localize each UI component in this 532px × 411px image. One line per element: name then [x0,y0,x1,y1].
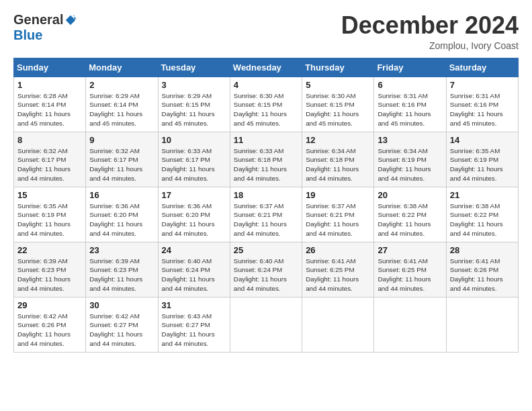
calendar-cell: 1Sunrise: 6:28 AMSunset: 6:14 PMDaylight… [14,77,86,132]
day-info: Sunrise: 6:35 AMSunset: 6:19 PMDaylight:… [17,201,82,238]
calendar-cell: 8Sunrise: 6:32 AMSunset: 6:17 PMDaylight… [14,132,86,187]
calendar-cell: 10Sunrise: 6:33 AMSunset: 6:17 PMDayligh… [158,132,230,187]
calendar-table: SundayMondayTuesdayWednesdayThursdayFrid… [13,58,519,353]
header: General Blue December 2024 Zomplou, Ivor… [13,12,519,51]
day-number: 28 [450,245,515,255]
calendar-cell [230,297,302,352]
day-number: 18 [234,190,298,200]
calendar-cell: 13Sunrise: 6:34 AMSunset: 6:19 PMDayligh… [374,132,446,187]
day-number: 7 [450,80,515,90]
calendar-cell: 18Sunrise: 6:37 AMSunset: 6:21 PMDayligh… [230,187,302,242]
day-number: 27 [378,245,442,255]
day-number: 19 [306,190,370,200]
calendar-day-header: Saturday [446,58,518,77]
calendar-cell: 14Sunrise: 6:35 AMSunset: 6:19 PMDayligh… [446,132,518,187]
calendar-week-row: 8Sunrise: 6:32 AMSunset: 6:17 PMDaylight… [14,132,519,187]
calendar-header-row: SundayMondayTuesdayWednesdayThursdayFrid… [14,58,519,77]
calendar-day-header: Thursday [302,58,374,77]
day-number: 16 [89,190,154,200]
calendar-cell: 26Sunrise: 6:41 AMSunset: 6:25 PMDayligh… [302,242,374,297]
calendar-day-header: Wednesday [230,58,302,77]
day-info: Sunrise: 6:36 AMSunset: 6:20 PMDaylight:… [89,201,154,238]
calendar-cell [374,297,446,352]
calendar-cell: 23Sunrise: 6:39 AMSunset: 6:23 PMDayligh… [86,242,158,297]
calendar-cell: 30Sunrise: 6:42 AMSunset: 6:27 PMDayligh… [86,297,158,352]
day-info: Sunrise: 6:35 AMSunset: 6:19 PMDaylight:… [450,146,515,183]
day-number: 22 [17,245,82,255]
calendar-cell: 2Sunrise: 6:29 AMSunset: 6:14 PMDaylight… [86,77,158,132]
day-info: Sunrise: 6:39 AMSunset: 6:23 PMDaylight:… [89,257,154,293]
calendar-cell: 29Sunrise: 6:42 AMSunset: 6:26 PMDayligh… [14,297,86,352]
svg-marker-0 [66,15,75,24]
day-info: Sunrise: 6:30 AMSunset: 6:15 PMDaylight:… [234,91,298,128]
location: Zomplou, Ivory Coast [341,40,519,51]
month-title: December 2024 [341,12,519,39]
logo-text: General [13,12,77,28]
title-block: December 2024 Zomplou, Ivory Coast [341,12,519,51]
calendar-cell: 27Sunrise: 6:41 AMSunset: 6:25 PMDayligh… [374,242,446,297]
day-info: Sunrise: 6:37 AMSunset: 6:21 PMDaylight:… [234,201,298,238]
day-number: 13 [378,135,442,145]
day-info: Sunrise: 6:40 AMSunset: 6:24 PMDaylight:… [162,257,226,293]
day-info: Sunrise: 6:36 AMSunset: 6:20 PMDaylight:… [162,201,226,238]
calendar-week-row: 22Sunrise: 6:39 AMSunset: 6:23 PMDayligh… [14,242,519,297]
calendar-cell [302,297,374,352]
day-number: 4 [234,80,298,90]
day-info: Sunrise: 6:41 AMSunset: 6:26 PMDaylight:… [450,257,515,293]
day-number: 2 [89,80,154,90]
day-info: Sunrise: 6:37 AMSunset: 6:21 PMDaylight:… [306,201,370,238]
calendar-week-row: 15Sunrise: 6:35 AMSunset: 6:19 PMDayligh… [14,187,519,242]
day-number: 12 [306,135,370,145]
day-number: 17 [162,190,226,200]
day-info: Sunrise: 6:38 AMSunset: 6:22 PMDaylight:… [378,201,442,238]
calendar-cell: 22Sunrise: 6:39 AMSunset: 6:23 PMDayligh… [14,242,86,297]
calendar-cell: 21Sunrise: 6:38 AMSunset: 6:22 PMDayligh… [446,187,518,242]
day-info: Sunrise: 6:42 AMSunset: 6:26 PMDaylight:… [17,312,82,349]
logo-icon [64,14,77,26]
calendar-cell: 7Sunrise: 6:31 AMSunset: 6:16 PMDaylight… [446,77,518,132]
calendar-cell: 31Sunrise: 6:43 AMSunset: 6:27 PMDayligh… [158,297,230,352]
day-number: 21 [450,190,515,200]
calendar-cell [446,297,518,352]
day-number: 1 [17,80,82,90]
day-number: 15 [17,190,82,200]
day-number: 24 [162,245,226,255]
day-number: 10 [162,135,226,145]
day-number: 3 [162,80,226,90]
calendar-cell: 12Sunrise: 6:34 AMSunset: 6:18 PMDayligh… [302,132,374,187]
calendar-week-row: 29Sunrise: 6:42 AMSunset: 6:26 PMDayligh… [14,297,519,352]
day-info: Sunrise: 6:42 AMSunset: 6:27 PMDaylight:… [89,312,154,349]
day-info: Sunrise: 6:32 AMSunset: 6:17 PMDaylight:… [89,146,154,183]
calendar-cell: 11Sunrise: 6:33 AMSunset: 6:18 PMDayligh… [230,132,302,187]
calendar-cell: 5Sunrise: 6:30 AMSunset: 6:15 PMDaylight… [302,77,374,132]
day-info: Sunrise: 6:33 AMSunset: 6:18 PMDaylight:… [234,146,298,183]
day-number: 29 [17,300,82,310]
day-number: 6 [378,80,442,90]
calendar-cell: 24Sunrise: 6:40 AMSunset: 6:24 PMDayligh… [158,242,230,297]
day-number: 26 [306,245,370,255]
calendar-cell: 20Sunrise: 6:38 AMSunset: 6:22 PMDayligh… [374,187,446,242]
day-info: Sunrise: 6:34 AMSunset: 6:19 PMDaylight:… [378,146,442,183]
calendar-cell: 15Sunrise: 6:35 AMSunset: 6:19 PMDayligh… [14,187,86,242]
day-info: Sunrise: 6:41 AMSunset: 6:25 PMDaylight:… [306,257,370,293]
day-info: Sunrise: 6:30 AMSunset: 6:15 PMDaylight:… [306,91,370,128]
day-info: Sunrise: 6:38 AMSunset: 6:22 PMDaylight:… [450,201,515,238]
day-info: Sunrise: 6:31 AMSunset: 6:16 PMDaylight:… [378,91,442,128]
day-number: 20 [378,190,442,200]
calendar-day-header: Monday [86,58,158,77]
day-number: 9 [89,135,154,145]
day-info: Sunrise: 6:28 AMSunset: 6:14 PMDaylight:… [17,91,82,128]
calendar-cell: 3Sunrise: 6:29 AMSunset: 6:15 PMDaylight… [158,77,230,132]
logo-blue-text: Blue [13,28,42,43]
day-number: 14 [450,135,515,145]
calendar-cell: 17Sunrise: 6:36 AMSunset: 6:20 PMDayligh… [158,187,230,242]
day-number: 8 [17,135,82,145]
day-info: Sunrise: 6:29 AMSunset: 6:15 PMDaylight:… [162,91,226,128]
calendar-day-header: Sunday [14,58,86,77]
day-number: 30 [89,300,154,310]
calendar-cell: 25Sunrise: 6:40 AMSunset: 6:24 PMDayligh… [230,242,302,297]
day-info: Sunrise: 6:31 AMSunset: 6:16 PMDaylight:… [450,91,515,128]
calendar-cell: 28Sunrise: 6:41 AMSunset: 6:26 PMDayligh… [446,242,518,297]
day-info: Sunrise: 6:34 AMSunset: 6:18 PMDaylight:… [306,146,370,183]
calendar-cell: 4Sunrise: 6:30 AMSunset: 6:15 PMDaylight… [230,77,302,132]
